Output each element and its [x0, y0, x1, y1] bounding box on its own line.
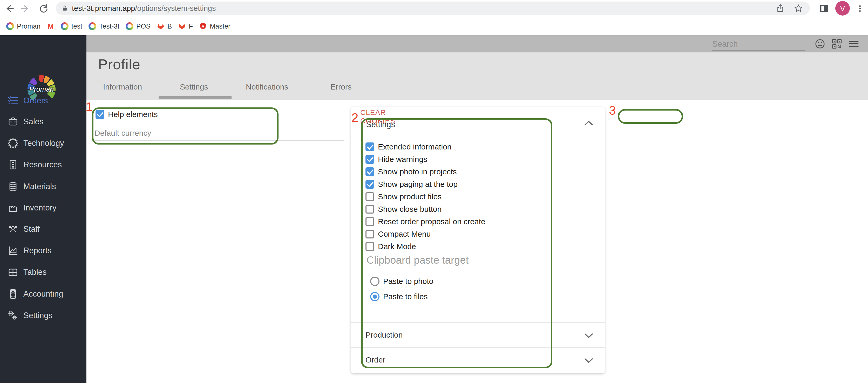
dark-mode-checkbox[interactable] — [366, 242, 374, 251]
settings-card: Settings Extended information Hide warni… — [351, 107, 605, 373]
annotation-number-1: 1 — [86, 100, 93, 114]
sidebar-item-tables[interactable]: Tables — [0, 264, 87, 281]
table-grid-icon — [8, 267, 18, 277]
screen: test-3t.proman.app/options/system-settin… — [0, 0, 868, 383]
show-product-files-checkbox[interactable] — [366, 192, 374, 201]
people-icon — [8, 224, 18, 234]
gitlab-fox-icon — [178, 22, 186, 30]
order-section-header[interactable]: Order — [366, 355, 385, 364]
back-icon[interactable] — [4, 3, 14, 14]
show-close-button-checkbox[interactable] — [366, 205, 374, 214]
reload-icon[interactable] — [37, 3, 48, 14]
gear-burst-icon — [8, 138, 18, 149]
qr-grid-icon[interactable] — [832, 39, 842, 49]
bookmark-b[interactable]: B — [157, 22, 172, 30]
checkbox-row[interactable]: Dark Mode — [366, 242, 416, 251]
default-currency-label: Default currency — [94, 129, 151, 137]
title-zone: Profile Information Settings Notificatio… — [87, 53, 868, 100]
main-content: Help elements Default currency Settings … — [87, 100, 868, 383]
paste-to-files-radio[interactable] — [370, 292, 379, 301]
building-icon — [8, 160, 18, 170]
bookmark-pos[interactable]: POS — [126, 22, 151, 30]
checkbox-row[interactable]: Show photo in projects — [366, 167, 457, 177]
bookmark-test[interactable]: test — [61, 22, 82, 30]
sidebar-item-orders[interactable]: Orders — [0, 92, 87, 109]
radio-row[interactable]: Paste to photo — [370, 277, 433, 286]
show-paging-at-top-checkbox[interactable] — [366, 180, 374, 189]
checkbox-row[interactable]: Compact Menu — [366, 229, 431, 239]
chart-icon — [8, 246, 18, 256]
bookmark-star-icon[interactable] — [794, 4, 803, 13]
annotation-number-2: 2 — [351, 110, 359, 125]
sidebar-item-inventory[interactable]: Inventory — [0, 199, 87, 216]
checkbox-row[interactable]: Show paging at the top — [366, 180, 458, 189]
chevron-down-icon[interactable] — [584, 358, 593, 363]
angular-shield-icon: A — [199, 22, 207, 30]
bookmarks-bar: Proman M test Test-3t POS B F A Master — [0, 17, 868, 35]
tab-errors[interactable]: Errors — [331, 83, 352, 91]
show-photo-in-projects-checkbox[interactable] — [366, 167, 374, 176]
url-bar[interactable]: test-3t.proman.app/options/system-settin… — [56, 2, 810, 15]
checkbox-row[interactable]: Show close button — [366, 204, 441, 214]
tab-settings[interactable]: Settings — [180, 83, 208, 91]
hamburger-icon[interactable] — [848, 39, 859, 49]
help-elements-checkbox[interactable] — [95, 110, 104, 119]
bookmark-proman[interactable]: Proman — [6, 22, 40, 30]
compact-menu-checkbox[interactable] — [366, 230, 374, 238]
app-header — [87, 35, 868, 53]
tab-information[interactable]: Information — [103, 83, 142, 91]
sidebar-item-reports[interactable]: Reports — [0, 242, 87, 259]
reset-order-proposal-checkbox[interactable] — [366, 217, 374, 226]
browser-profile-avatar[interactable]: V — [835, 1, 850, 15]
default-currency-input[interactable] — [92, 140, 344, 141]
annotation-number-3: 3 — [609, 103, 616, 118]
search-input[interactable] — [712, 37, 806, 51]
chevron-up-icon[interactable] — [584, 120, 593, 126]
briefcase-icon — [8, 117, 18, 127]
paste-to-photo-radio[interactable] — [370, 277, 379, 286]
help-elements-row[interactable]: Help elements — [95, 110, 158, 119]
share-icon[interactable] — [776, 4, 785, 13]
hide-warnings-checkbox[interactable] — [366, 155, 374, 164]
bookmark-f[interactable]: F — [178, 22, 193, 30]
sidebar-item-accounting[interactable]: Accounting — [0, 285, 87, 302]
clipboard-paste-target-heading: Clipboard paste target — [367, 254, 469, 266]
chevron-down-icon[interactable] — [584, 333, 593, 339]
bookmark-test-3t[interactable]: Test-3t — [89, 22, 119, 30]
sidebar-item-technology[interactable]: Technology — [0, 135, 87, 152]
production-section-header[interactable]: Production — [366, 330, 403, 340]
radio-row[interactable]: Paste to files — [370, 292, 428, 301]
page-title: Profile — [98, 56, 141, 73]
sidebar-item-sales[interactable]: Sales — [0, 113, 87, 130]
sidebar-item-staff[interactable]: Staff — [0, 221, 87, 238]
annotation-box-3 — [618, 109, 683, 124]
extended-information-checkbox[interactable] — [366, 142, 374, 151]
checkbox-row[interactable]: Extended information — [366, 142, 452, 152]
proman-ring-icon — [6, 22, 14, 30]
clear-cookies-button[interactable]: CLEAR COOKIES — [360, 111, 423, 123]
bookmark-gmail[interactable]: M — [47, 22, 55, 30]
tab-notifications[interactable]: Notifications — [246, 83, 288, 91]
checkbox-row[interactable]: Show product files — [366, 192, 441, 201]
database-icon — [8, 181, 18, 192]
divider — [351, 322, 605, 323]
sidebar-item-materials[interactable]: Materials — [0, 178, 87, 195]
gears-icon — [8, 310, 18, 321]
forward-icon[interactable] — [20, 3, 31, 14]
browser-menu-icon[interactable] — [855, 4, 865, 14]
proman-ring-icon — [89, 22, 96, 30]
sidebar-item-resources[interactable]: Resources — [0, 156, 87, 173]
proman-ring-icon — [61, 22, 68, 30]
browser-toolbar: test-3t.proman.app/options/system-settin… — [0, 0, 868, 17]
sidebar: Proman Orders Sales Technology Resources… — [0, 35, 87, 383]
calculator-icon — [8, 289, 18, 299]
lock-icon — [62, 5, 68, 12]
side-panel-icon[interactable] — [819, 4, 830, 14]
checkbox-row[interactable]: Hide warnings — [366, 155, 427, 164]
checkbox-row[interactable]: Reset order proposal on create — [366, 217, 486, 226]
smiley-icon[interactable] — [815, 39, 825, 49]
bookmark-master[interactable]: A Master — [199, 22, 230, 30]
sidebar-item-settings[interactable]: Settings — [0, 307, 87, 324]
gmail-icon: M — [47, 22, 55, 30]
factory-icon — [8, 203, 18, 213]
